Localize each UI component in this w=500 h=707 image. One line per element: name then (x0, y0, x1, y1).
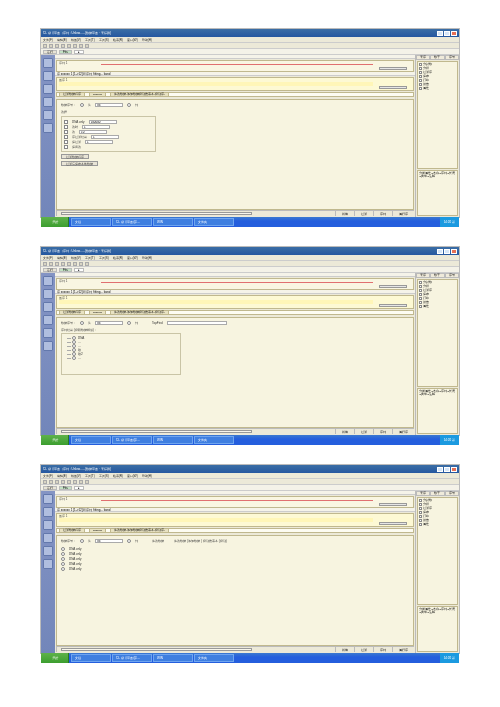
opt-5[interactable] (61, 567, 65, 571)
img1-scroll[interactable] (379, 86, 407, 89)
system-tray[interactable]: 14:20 系 (440, 217, 459, 227)
status-ready: 就绪 (335, 211, 354, 216)
tb-open-icon[interactable] (49, 44, 53, 48)
rtab-1[interactable]: 无序 (416, 55, 430, 60)
chk-sel[interactable] (64, 130, 68, 134)
inp-sel[interactable] (79, 130, 107, 134)
select-section: 选择 (61, 110, 67, 114)
chk-time[interactable] (64, 125, 68, 129)
tb-cut-icon[interactable] (67, 44, 71, 48)
screenshot-3: CL 秘书平面（序列：Unkno... - [数据平面 · 无标题] 文件(F)… (40, 464, 460, 654)
menu-file[interactable]: 文件(F) (43, 38, 53, 42)
to-label: 到 (135, 103, 138, 107)
fits-button[interactable]: Fits (59, 50, 72, 54)
run-button[interactable]: 运行 (43, 50, 57, 54)
left-sidebar (41, 55, 55, 217)
sidebar-save-icon[interactable] (43, 71, 53, 81)
start-button[interactable]: 开始 (41, 217, 69, 227)
control-panel-topfind: 数据序号： 从 到 TopFind 序列结果 (级联数据相似)： DNA ...… (56, 317, 414, 428)
taskbar: 开始 文档 CL 秘书平面 (序... WIN 文件夹 14:20 系 (41, 217, 459, 227)
sidebar-info-icon[interactable] (43, 123, 53, 133)
tb-copy-icon[interactable] (73, 44, 77, 48)
opt-2[interactable] (61, 552, 65, 556)
opt-3[interactable] (61, 557, 65, 561)
tab-select[interactable]: 体选数据/添加数据/级别搜索本(级别序) (110, 92, 169, 96)
screenshot-1: CL 秘书平面（序列：Unkno... - [数据平面 · 无标题] 文件(F)… (40, 28, 460, 218)
save-local-button[interactable]: 过滤后保存本地数据 (61, 161, 98, 166)
result-tree[interactable]: DNA ... ... 段 段2 ... (61, 333, 181, 375)
img1-band (59, 82, 373, 86)
screenshot-2: CL 秘书平面（序列：Unkno... - [数据平面 · 无标题] 文件(F)… (40, 246, 460, 436)
titlebar: CL 秘书平面（序列：Unkno... - [数据平面 · 无标题] (41, 29, 459, 37)
properties-box: 分类属性\n名称\n序列\n长度\n类型\n注释 (417, 170, 458, 216)
menu-tools2[interactable]: 工具(S) (99, 38, 109, 42)
opt-1[interactable] (61, 547, 65, 551)
menu-edit[interactable]: 编辑(E) (57, 38, 67, 42)
chk-filtres[interactable] (64, 135, 68, 139)
tb-paste-icon[interactable] (79, 44, 83, 48)
opt-4[interactable] (61, 562, 65, 566)
task-folder[interactable]: 文件夹 (194, 218, 234, 226)
tb-print-icon[interactable] (61, 44, 65, 48)
filter-button[interactable]: 过滤数据程序 (61, 154, 89, 159)
clock: 14:20 系 (444, 220, 455, 224)
chk-keep2[interactable] (64, 145, 68, 149)
status-bar: 就绪 过滤 序列 属行序 (56, 210, 414, 216)
window-title: CL 秘书平面（序列：Unkno... - [数据平面 · 无标题] (43, 31, 111, 35)
seq1-scroll[interactable] (379, 67, 407, 70)
rtab-3[interactable]: 序号 (445, 55, 459, 60)
record-button[interactable]: ● (74, 50, 84, 54)
tb-new-icon[interactable] (43, 44, 47, 48)
tab-strip: 过滤数据程序 TopFind 体选数据/添加数据/级别搜索本(级别序) (56, 92, 414, 97)
task-app[interactable]: CL 秘书平面 (序... (112, 218, 152, 226)
image-panel-1[interactable]: 图序 1 (56, 77, 414, 91)
from-input[interactable] (95, 103, 123, 107)
chk-keep[interactable] (64, 140, 68, 144)
task-doc[interactable]: 文档 (71, 218, 111, 226)
task-win[interactable]: WIN (153, 218, 193, 226)
seq1-label: 序列 1 (59, 61, 68, 65)
sidebar-open-icon[interactable] (43, 58, 53, 68)
inp-dna[interactable] (89, 120, 117, 124)
to-radio[interactable] (127, 103, 131, 107)
filter-group: DNA only 选时 选 序过滤结果 保过滤 保留选 (61, 116, 156, 152)
control-panel-filter: 数据序号： 从 到 选择 DNA only 选时 选 序过滤结果 保过滤 (56, 99, 414, 210)
status-progress (56, 211, 335, 216)
from-label: 从 (88, 103, 91, 107)
option-list: DNA only DNA only DNA only DNA only DNA … (61, 546, 409, 571)
close-button[interactable] (451, 31, 457, 36)
menu-window[interactable]: 窗口(W) (127, 38, 138, 42)
status-prop: 属行序 (392, 211, 414, 216)
tb-save-icon[interactable] (55, 44, 59, 48)
seq-text: 序 xxxxxx 1 [1->12] 双序列 fitting... band (55, 72, 415, 76)
from-radio[interactable] (80, 103, 84, 107)
tab-filter[interactable]: 过滤数据程序 (59, 92, 85, 96)
rtab-2[interactable]: 数字 (430, 55, 444, 60)
menu-view[interactable]: 视图(V) (71, 38, 81, 42)
menu-tools[interactable]: 工具(T) (85, 38, 95, 42)
inp-filtres[interactable] (91, 135, 119, 139)
control-panel-select: 数据序号： 从 到 体选数据 体选数据 | 添加数据 | 级别搜索本 (级别) … (56, 535, 414, 646)
menu-help[interactable]: 帮助(H) (142, 38, 152, 42)
status-seq: 序列 (373, 211, 392, 216)
tb-undo-icon[interactable] (85, 44, 89, 48)
sidebar-view-icon[interactable] (43, 97, 53, 107)
menu-search[interactable]: 检索(R) (113, 38, 123, 42)
sidebar-tools-icon[interactable] (43, 110, 53, 120)
sidebar-search-icon[interactable] (43, 84, 53, 94)
actions-list: 分封数 分析 过滤序 保存 打印 报告 属性 (417, 61, 458, 169)
right-sidebar: 无序数字序号 分封数 分析 过滤序 保存 打印 报告 属性 分类属性\n名称\n… (415, 55, 459, 217)
maximize-button[interactable] (444, 31, 450, 36)
seq1-redline (101, 64, 373, 65)
status-filter: 过滤 (354, 211, 373, 216)
minimize-button[interactable] (437, 31, 443, 36)
numseq-label: 数据序号： (61, 103, 76, 107)
caption-bar (55, 55, 415, 59)
chk-dna[interactable] (64, 120, 68, 124)
inp-time[interactable] (82, 125, 110, 129)
inp-keep[interactable] (85, 140, 113, 144)
sequence-panel-1[interactable]: 序列 1 (56, 60, 414, 72)
tab-topfind[interactable]: TopFind (89, 92, 106, 96)
